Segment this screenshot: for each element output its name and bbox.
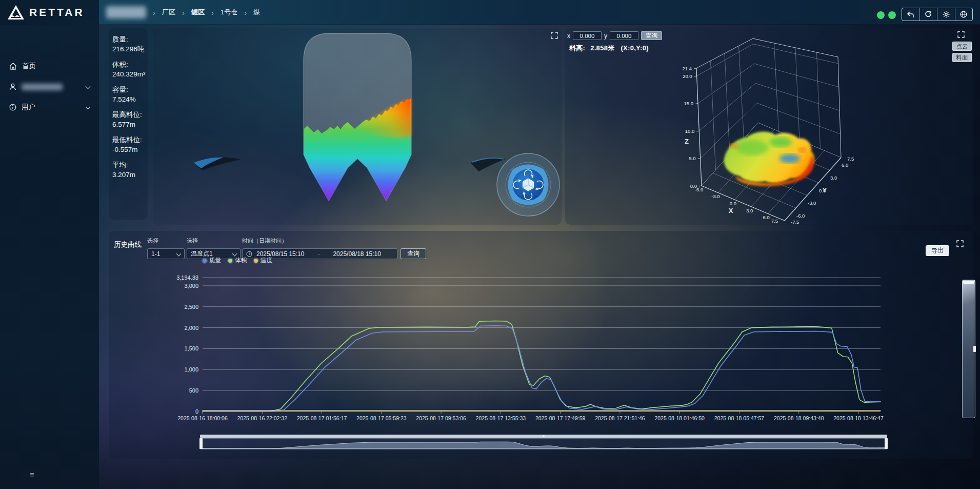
y-axis-label: Y xyxy=(823,186,827,194)
legend-item-temperature[interactable]: 温度 xyxy=(254,257,272,264)
brand-triangle-icon xyxy=(7,5,25,20)
axis-tick-label: 0.0 xyxy=(730,201,736,206)
axis-tick-label: 7.5 xyxy=(847,156,854,162)
axis-tick-label: -6.0 xyxy=(796,213,805,219)
date-end-value[interactable]: 2025/08/18 15:10 xyxy=(333,250,381,258)
pointcloud-3d-panel[interactable]: x y 查询 料高: 2.858米 (X:0,Y:0) 点云 料面 xyxy=(565,28,973,225)
breadcrumb-item-factory[interactable]: 厂区 xyxy=(162,8,175,17)
axis-tick-label: 500 xyxy=(189,387,198,394)
status-dot xyxy=(888,11,896,19)
vertical-zoom-slider[interactable] xyxy=(962,280,975,418)
breadcrumb-item-coal[interactable]: 煤 xyxy=(253,8,260,17)
time-label: 时间（日期时间） xyxy=(242,237,287,245)
stat-label: 质量: xyxy=(112,34,145,44)
stat-value: 216.296吨 xyxy=(112,44,145,54)
user-icon xyxy=(9,83,16,90)
surface-blob xyxy=(724,132,814,186)
axis-tick-label: 2025-08-16 18:00:06 xyxy=(177,415,228,421)
collapse-menu-icon[interactable]: ≡ xyxy=(30,470,34,479)
stat-label: 最高料位: xyxy=(112,110,145,120)
datazoom-right-handle[interactable] xyxy=(885,438,888,449)
info-icon xyxy=(9,104,16,111)
stat-label: 容量: xyxy=(112,85,145,94)
silo-3d-panel[interactable] xyxy=(153,28,562,225)
history-line-chart[interactable]: 05001,0001,5002,0002,5003,0003,194.33202… xyxy=(169,271,890,425)
axis-tick-label: 3,194.33 xyxy=(176,275,198,281)
chevron-down-icon xyxy=(232,251,237,257)
axis-tick-label: 2025-08-16 22:02:32 xyxy=(237,415,288,421)
datazoom-slider[interactable] xyxy=(199,434,888,449)
axis-tick-label: 3.0 xyxy=(830,175,837,181)
breadcrumb-item-silo1[interactable]: 1号仓 xyxy=(221,8,237,17)
z-axis-label: Z xyxy=(685,138,689,145)
series-line-质量[interactable] xyxy=(203,326,881,412)
axis-tick-label: 0 xyxy=(195,408,198,415)
axis-tick-label: 20.0 xyxy=(683,73,692,79)
axis-tick-label: 15.0 xyxy=(684,101,693,106)
sidebar-item-home[interactable]: 首页 xyxy=(0,58,99,74)
network-button[interactable] xyxy=(955,8,973,21)
stat-value: -0.557m xyxy=(112,145,145,154)
settings-button[interactable] xyxy=(937,8,955,21)
clock-icon xyxy=(246,251,252,257)
date-separator: - xyxy=(317,250,319,258)
sidebar-item-blurred[interactable] xyxy=(0,79,99,94)
axis-tick-label: 2025-08-17 05:59:23 xyxy=(356,415,407,421)
breadcrumb-item-tank-area[interactable]: 罐区 xyxy=(191,8,205,17)
axis-tick-label: 2025-08-18 09:43:40 xyxy=(774,415,824,421)
axis-tick-label: 5.0 xyxy=(689,155,695,161)
stat-value: 3.207m xyxy=(112,170,145,180)
axis-tick-label: 1,000 xyxy=(184,366,198,373)
chart-legend: 质量 体积 温度 xyxy=(203,257,272,264)
axes-wireframe: 21.420.015.010.05.00.0-6.0-3.00.03.06.07… xyxy=(683,38,854,225)
app-root: RETTAR › 厂区 › 罐区 › 1号仓 › 煤 首页 xyxy=(0,0,980,489)
refresh-button[interactable] xyxy=(920,8,938,21)
axis-tick-label: 2025-08-17 17:49:59 xyxy=(535,415,586,421)
silo-select-dropdown[interactable]: 1-1 xyxy=(147,248,185,259)
axis-tick-label: 2,000 xyxy=(184,325,198,331)
fullscreen-icon[interactable] xyxy=(551,32,558,39)
legend-dot xyxy=(228,259,232,263)
axis-tick-label: 2025-08-17 21:51:46 xyxy=(595,415,645,421)
surface-3d-plot[interactable]: 21.420.015.010.05.00.0-6.0-3.00.03.06.07… xyxy=(565,28,973,225)
axis-tick-label: 2,500 xyxy=(184,304,198,310)
breadcrumb: › 厂区 › 罐区 › 1号仓 › 煤 xyxy=(106,0,260,25)
legend-item-volume[interactable]: 体积 xyxy=(228,257,247,264)
sidebar-item-label: 用户 xyxy=(22,103,35,112)
globe-icon xyxy=(960,11,967,18)
axis-tick-label: -7.5 xyxy=(791,219,799,225)
datazoom-left-handle[interactable] xyxy=(199,438,203,449)
refresh-icon xyxy=(925,11,932,18)
axis-tick-label: -3.0 xyxy=(711,193,719,199)
sidebar-item-label-blurred xyxy=(22,84,63,90)
breadcrumb-blurred-item[interactable] xyxy=(106,6,146,18)
axis-tick-label: -3.0 xyxy=(808,200,816,206)
sidebar-item-label: 首页 xyxy=(22,62,36,71)
stats-panel: 质量:216.296吨 体积:240.329m³ 容量:7.524% 最高料位:… xyxy=(109,28,148,220)
sidebar-item-users[interactable]: 用户 xyxy=(0,100,99,115)
axis-tick-label: 3,000 xyxy=(184,283,198,289)
select2-label: 选择 xyxy=(187,237,198,245)
breadcrumb-separator: › xyxy=(153,8,155,17)
back-button[interactable] xyxy=(902,8,920,21)
status-dots xyxy=(877,11,896,19)
axis-tick-label: 2025-08-18 05:47:57 xyxy=(714,415,765,421)
x-axis-label: X xyxy=(729,207,733,214)
view-navigation-gizmo[interactable] xyxy=(495,152,561,218)
logo: RETTAR xyxy=(0,0,99,25)
export-button[interactable]: 导出 xyxy=(926,245,949,256)
back-arrow-icon xyxy=(907,11,914,18)
brand-name: RETTAR xyxy=(29,6,85,18)
breadcrumb-separator: › xyxy=(182,8,185,17)
stat-value: 7.524% xyxy=(112,94,145,104)
fullscreen-icon[interactable] xyxy=(956,240,964,247)
axis-tick-label: 3.0 xyxy=(746,208,753,213)
stat-label: 最低料位: xyxy=(112,135,145,145)
series-line-体积[interactable] xyxy=(203,321,881,412)
history-query-button[interactable]: 查询 xyxy=(401,248,426,259)
legend-item-mass[interactable]: 质量 xyxy=(203,257,221,264)
gear-icon xyxy=(943,11,950,18)
legend-label: 温度 xyxy=(261,257,272,264)
stat-value: 240.329m³ xyxy=(112,69,145,79)
history-title: 历史曲线 xyxy=(114,240,142,249)
